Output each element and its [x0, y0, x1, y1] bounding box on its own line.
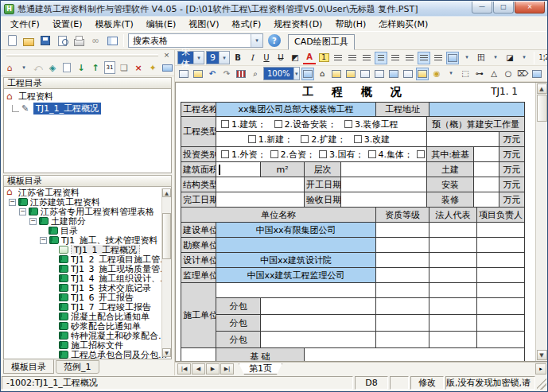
cell-pm-value[interactable]: [477, 298, 525, 315]
tree-item-selected-template[interactable]: TJ1_1_工程概况: [4, 245, 171, 254]
chevron-down-icon[interactable]: ▾: [251, 34, 262, 47]
cell-grade-header[interactable]: 资质等级: [376, 208, 429, 223]
tree-item[interactable]: 目录: [4, 226, 171, 235]
send-template-icon[interactable]: ◈: [47, 61, 58, 74]
tree-item[interactable]: TJ1_3_施工现场质量管理检...: [4, 264, 171, 274]
checkbox-equipment-install[interactable]: 2.设备安装；: [274, 118, 337, 130]
menu-view[interactable]: 视图(V): [182, 17, 225, 32]
cell-legal-value[interactable]: [429, 253, 477, 268]
cell-floor-label[interactable]: 层次: [305, 162, 341, 177]
tab-example[interactable]: 范例_1: [56, 360, 99, 374]
tree-item[interactable]: TJ1_2_工程项目施工管理人...: [4, 254, 171, 264]
cell-unit-wanyuan[interactable]: 万元: [499, 192, 525, 208]
cell-unit-wanyuan[interactable]: 万元: [499, 147, 525, 162]
cell-grade-value[interactable]: [376, 298, 429, 315]
document-scrollbar[interactable]: ▲ ▼: [535, 83, 547, 361]
cell-project-type-options-1[interactable]: 1.建筑； 2.设备安装； 3.装修工程: [216, 117, 427, 132]
cell-budget-header[interactable]: 预（概）算建安工作量: [427, 117, 525, 132]
resize-grip[interactable]: [537, 376, 546, 390]
cell-subcontract-value[interactable]: [261, 298, 376, 315]
document-sheet[interactable]: 工 程 概 况 TJ1. 1 工程名称 xx集团公司总部大楼装饰工程 工程地址: [176, 83, 535, 361]
cell-subcontract-value[interactable]: [261, 332, 376, 348]
scroll-thumb[interactable]: [162, 213, 171, 259]
ellipse-tool[interactable]: ○: [502, 68, 515, 80]
sheet-view-button[interactable]: [416, 68, 429, 80]
cell-project-address-value[interactable]: [429, 103, 525, 117]
find-button[interactable]: ⌕: [249, 68, 262, 80]
menu-help[interactable]: 帮助(H): [328, 17, 372, 32]
cell-legal-value[interactable]: [429, 298, 477, 315]
doc-title-row[interactable]: 工 程 概 况 TJ1. 1: [176, 83, 535, 102]
edit-lock-icon[interactable]: ✦: [147, 61, 158, 74]
cell-design-unit-label[interactable]: 设计单位: [181, 253, 216, 268]
search-table-combobox[interactable]: 搜索表格 ▾: [128, 33, 263, 48]
template-tree-scrollbar[interactable]: ▲ ▼: [161, 188, 171, 357]
help-circle-icon[interactable]: ◉: [430, 68, 443, 80]
bold-button[interactable]: B: [231, 52, 244, 64]
checkbox-icon[interactable]: [319, 150, 327, 158]
cell-grade-value[interactable]: [376, 253, 429, 268]
split-cell-button[interactable]: [387, 68, 400, 80]
first-page-button[interactable]: |◀: [177, 363, 191, 375]
cell-invest-type-label[interactable]: 投资类别: [181, 147, 216, 162]
tree-item[interactable]: TJ1_5_技术交底记录: [4, 283, 171, 293]
scroll-up-icon[interactable]: ▲: [162, 188, 171, 197]
cell-unit-name-header[interactable]: 单位名称: [181, 208, 376, 223]
paste-button[interactable]: [192, 68, 204, 80]
chevron-down-icon[interactable]: ▾: [293, 68, 299, 80]
move-up-icon[interactable]: ↑: [90, 61, 101, 74]
menu-purchase[interactable]: 怎样购买(M): [372, 17, 434, 32]
checkbox-icon[interactable]: [221, 120, 229, 128]
cell-pile-value[interactable]: [474, 147, 499, 162]
tag-icon[interactable]: ❏: [119, 61, 130, 74]
table-grid-button[interactable]: [235, 68, 247, 80]
cell-unit-wanyuan[interactable]: 万元: [499, 177, 525, 192]
cell-finish-date-value[interactable]: [216, 192, 305, 208]
checkbox-joint[interactable]: 2.合资；: [270, 149, 316, 161]
scroll-thumb[interactable]: [537, 95, 547, 122]
checkbox-decoration-project[interactable]: 3.装修工程: [344, 118, 398, 130]
cell-unit-wanyuan[interactable]: 万元: [499, 162, 525, 177]
cell-civil-label[interactable]: 土建: [427, 162, 474, 177]
cell-subcontract-label[interactable]: 分包: [216, 332, 261, 348]
eraser-tool[interactable]: ⌦: [516, 68, 529, 80]
cell-pm-value[interactable]: [477, 268, 525, 283]
valign-bottom-button[interactable]: [432, 52, 445, 64]
cell-project-name-value[interactable]: xx集团公司总部大楼装饰工程: [216, 103, 376, 117]
image-dropdown-icon[interactable]: ▾: [545, 68, 548, 80]
cell-area-label[interactable]: 建筑面积: [181, 162, 216, 177]
cell-install-value[interactable]: [474, 177, 499, 192]
binoculars-icon[interactable]: ∞: [88, 33, 103, 48]
menu-file[interactable]: 文件(F): [4, 17, 46, 32]
cell-superv-unit-value[interactable]: 中国xx建筑工程监理公司: [216, 268, 376, 283]
cell-decor-label[interactable]: 装修: [427, 192, 474, 208]
cell-invest-options[interactable]: 1.外资； 2.合资； 3.国有； 4.集体； 5.民营: [216, 147, 427, 162]
cell-foundation-value[interactable]: [305, 348, 525, 362]
cell-design-unit-value[interactable]: 中国xx建筑设计院: [216, 253, 376, 268]
zoom-combobox[interactable]: 100% ▾: [263, 67, 300, 80]
help-dropdown-icon[interactable]: ▾: [445, 68, 457, 80]
cell-grade-value[interactable]: [376, 238, 429, 253]
cell-area-value[interactable]: [216, 162, 261, 177]
checkbox-icon[interactable]: [354, 135, 362, 143]
home-button[interactable]: ⌂: [4, 61, 15, 74]
font-color-button[interactable]: A: [303, 52, 316, 64]
cell-pm-value[interactable]: [477, 223, 525, 238]
font-combobox[interactable]: 宋体 ▾: [177, 51, 204, 64]
cell-pm-header[interactable]: 项目负责人: [477, 208, 525, 223]
cell-legal-value[interactable]: [429, 332, 477, 348]
cell-legal-value[interactable]: [429, 223, 477, 238]
tree-item-project-selected[interactable]: TJ1_1_工程概况: [4, 103, 171, 114]
prev-page-button[interactable]: ◀: [192, 363, 205, 375]
fill-color-button[interactable]: ◩: [289, 52, 301, 64]
scroll-down-icon[interactable]: ▼: [162, 348, 171, 357]
insert-row-button[interactable]: [330, 68, 343, 80]
checkbox-foreign[interactable]: 1.外资；: [221, 149, 266, 161]
checkbox-icon[interactable]: [270, 150, 278, 158]
tree-item[interactable]: 施工招标文件: [4, 340, 171, 350]
cell-finish-date-label[interactable]: 完工日期: [181, 192, 216, 208]
tree-item[interactable]: TJ1_7_工程竣工报告: [4, 302, 171, 312]
panel-grip[interactable]: [6, 54, 158, 56]
menu-template-lib[interactable]: 模板库(T): [88, 17, 139, 32]
cell-build-unit-value[interactable]: 中国xx有限集团公司: [216, 223, 376, 238]
